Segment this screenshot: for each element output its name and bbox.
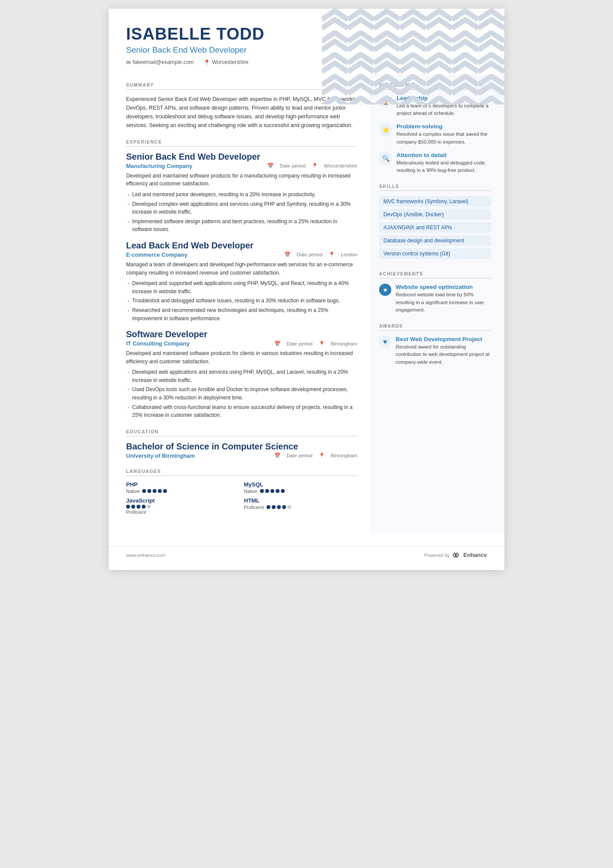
- dot: [158, 489, 162, 493]
- lang-php-dots: [142, 489, 167, 493]
- education-label: EDUCATION: [126, 429, 357, 436]
- brand-name: Enhancv: [463, 552, 487, 558]
- dot: [267, 505, 270, 509]
- location-contact: 📍 Worcestershire: [203, 59, 249, 66]
- search-icon: 🔍: [379, 152, 392, 165]
- job-2-bullets: Developed and supported web applications…: [126, 279, 357, 322]
- award-1-title: Best Web Development Project: [396, 336, 491, 342]
- lang-js-name: JavaScript: [126, 497, 240, 504]
- footer-website: www.enhancv.com: [126, 553, 166, 558]
- languages-label: LANGUAGES: [126, 469, 357, 476]
- skills-section: SKILLS MVC frameworks (Symfony, Laravel)…: [379, 184, 491, 261]
- job-3: Software Developer IT Consulting Company…: [126, 329, 357, 419]
- award-1-desc: Received award for outstanding contribut…: [396, 343, 491, 366]
- powered-by-text: Powered by: [424, 553, 450, 558]
- strength-problem-solving: ⭐ Problem-solving Resolved a complex iss…: [379, 123, 491, 146]
- strength-problem-title: Problem-solving: [396, 123, 491, 130]
- languages-section: LANGUAGES PHP Native: [126, 469, 357, 515]
- job-3-location: Birmingham: [331, 341, 357, 346]
- strength-attention-title: Attention to detail: [396, 152, 491, 158]
- job-2-header-row: E-commerce Company 📅 Date period 📍 Londo…: [126, 251, 357, 258]
- bullet-item: Used DevOps tools such as Ansible and Do…: [126, 385, 357, 402]
- bullet-item: Developed web applications and services …: [126, 368, 357, 384]
- skill-3: AJAX/NGINX and REST APIs: [379, 222, 491, 233]
- strength-attention-content: Attention to detail Meticulously tested …: [396, 152, 491, 174]
- awards-label: AWARDS: [379, 323, 491, 331]
- lang-js-dots: [126, 505, 151, 509]
- lang-html-level-row: Proficient: [244, 505, 357, 510]
- achievement-1: ★ Website speed optimization Reduced web…: [379, 284, 491, 314]
- achievements-section: ACHIEVEMENTS ★ Website speed optimizatio…: [379, 271, 491, 314]
- strength-attention-desc: Meticulously tested and debugged code, r…: [396, 159, 491, 174]
- lang-mysql-dots: [260, 489, 285, 493]
- skill-5: Version control systems (Git): [379, 248, 491, 259]
- dot: [287, 505, 291, 509]
- job-1-company: Manufacturing Company: [126, 163, 192, 169]
- job-1-location: Worcestershire: [324, 163, 357, 168]
- dot: [131, 505, 135, 509]
- job-3-title: Software Developer: [126, 329, 357, 339]
- bullet-item: Troubleshot and debugged software issues…: [126, 297, 357, 305]
- skills-label: SKILLS: [379, 184, 491, 191]
- job-3-header-row: IT Consulting Company 📅 Date period 📍 Bi…: [126, 340, 357, 347]
- lang-js-level: Proficient: [126, 509, 240, 515]
- edu-location: Birmingham: [331, 453, 357, 458]
- bullet-item: Developed and supported web applications…: [126, 279, 357, 295]
- experience-section: EXPERIENCE Senior Back End Web Developer…: [126, 139, 357, 419]
- job-2-title: Lead Back End Web Developer: [126, 241, 357, 251]
- job-2-location: London: [341, 252, 357, 257]
- lang-mysql-level-row: Native: [244, 489, 357, 494]
- dot: [260, 489, 264, 493]
- bullet-item: Developed complex web applications and s…: [126, 200, 357, 216]
- dot: [281, 489, 285, 493]
- dot: [276, 489, 280, 493]
- lang-html-name: HTML: [244, 497, 357, 504]
- dot: [142, 489, 146, 493]
- job-1-header-row: Manufacturing Company 📅 Date period 📍 Wo…: [126, 163, 357, 169]
- lang-mysql-level: Native: [244, 489, 257, 494]
- edu-header-row: University of Birmingham 📅 Date period 📍…: [126, 452, 357, 459]
- header-contact: ✉ fakeemail@example.com 📍 Worcestershire: [126, 59, 487, 66]
- content-area: SUMMARY Experienced Senior Back End Web …: [109, 74, 504, 546]
- achievement-1-desc: Reduced website load time by 50% resulti…: [396, 291, 491, 314]
- bullet-item: Collaborated with cross-functional teams…: [126, 403, 357, 419]
- candidate-title: Senior Back End Web Developer: [126, 45, 487, 55]
- school-name: University of Birmingham: [126, 452, 195, 459]
- job-3-company: IT Consulting Company: [126, 340, 190, 347]
- calendar-icon-3: 📅: [274, 341, 280, 347]
- degree-title: Bachelor of Science in Computer Science: [126, 442, 357, 452]
- achievement-1-content: Website speed optimization Reduced websi…: [396, 284, 491, 314]
- award-1: ♥ Best Web Development Project Received …: [379, 336, 491, 366]
- location-icon-2: 📍: [329, 251, 335, 258]
- footer-brand: Powered by Enhancv: [424, 552, 487, 559]
- calendar-icon-edu: 📅: [274, 452, 280, 459]
- skill-1: MVC frameworks (Symfony, Laravel): [379, 196, 491, 207]
- location-icon: 📍: [203, 59, 210, 66]
- awards-section: AWARDS ♥ Best Web Development Project Re…: [379, 323, 491, 366]
- dot: [126, 505, 130, 509]
- language-php: PHP Native: [126, 481, 240, 494]
- skill-2: DevOps (Ansible, Docker): [379, 209, 491, 220]
- award-1-content: Best Web Development Project Received aw…: [396, 336, 491, 366]
- header-section: ISABELLE TODD Senior Back End Web Develo…: [109, 9, 504, 74]
- calendar-icon-2: 📅: [284, 251, 290, 258]
- lang-php-level: Native: [126, 489, 140, 494]
- education-section: EDUCATION Bachelor of Science in Compute…: [126, 429, 357, 459]
- dot: [265, 489, 269, 493]
- language-javascript: JavaScript Proficient: [126, 497, 240, 515]
- job-2: Lead Back End Web Developer E-commerce C…: [126, 241, 357, 322]
- skill-4: Database design and development: [379, 235, 491, 246]
- job-3-desc: Developed and maintained software produc…: [126, 349, 357, 365]
- experience-label: EXPERIENCE: [126, 139, 357, 147]
- lang-php-level-row: Native: [126, 489, 240, 494]
- enhancv-logo: Enhancv: [452, 552, 487, 559]
- left-column: SUMMARY Experienced Senior Back End Web …: [109, 74, 370, 533]
- strength-problem-content: Problem-solving Resolved a complex issue…: [396, 123, 491, 146]
- bullet-item: Researched and recommended new technolog…: [126, 306, 357, 322]
- job-1: Senior Back End Web Developer Manufactur…: [126, 152, 357, 234]
- star-icon: ⭐: [379, 123, 392, 136]
- email-icon: ✉: [126, 59, 131, 66]
- strength-attention: 🔍 Attention to detail Meticulously teste…: [379, 152, 491, 174]
- dot: [270, 489, 274, 493]
- bullet-item: Implemented software design patterns and…: [126, 218, 357, 234]
